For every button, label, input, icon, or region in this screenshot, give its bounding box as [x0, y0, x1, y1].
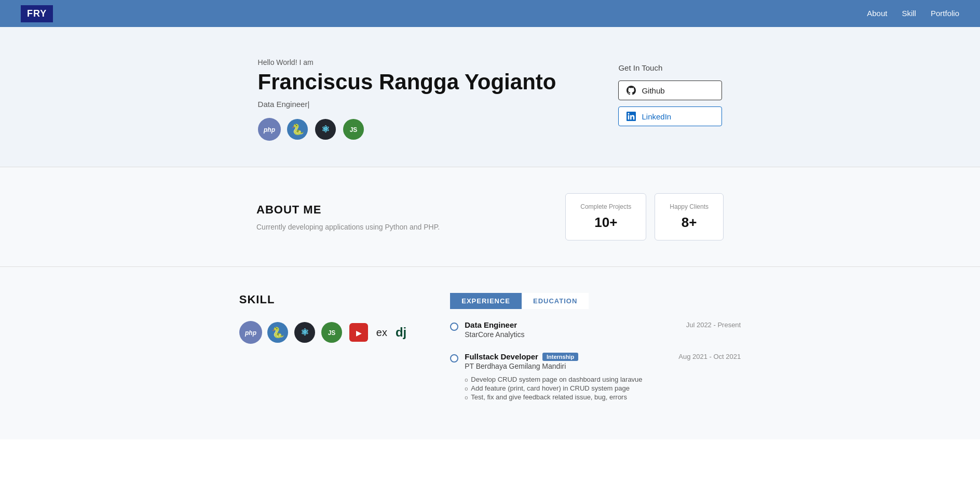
tab-education[interactable]: EDUCATION [522, 293, 589, 309]
php-icon: php [258, 118, 281, 141]
svg-text:⚛: ⚛ [321, 124, 330, 135]
github-label: Github [642, 86, 664, 95]
skill-react-icon: ⚛ [293, 321, 316, 344]
github-icon [626, 85, 636, 96]
exp-item-data-engineer: Data Engineer Jul 2022 - Present StarCor… [450, 320, 741, 341]
stat-label-clients: Happy Clients [670, 203, 709, 210]
hero-right: Get In Touch Github LinkedIn [618, 58, 722, 126]
exp-bullet-1: Develop CRUD system page on dashboard us… [465, 376, 741, 383]
skill-express-icon: ex [374, 327, 389, 339]
exp-dot-1 [450, 323, 458, 331]
svg-text:▶: ▶ [356, 329, 362, 337]
stat-card-clients: Happy Clients 8+ [655, 193, 724, 240]
nodejs-icon: JS [342, 118, 365, 141]
exp-tabs: EXPERIENCE EDUCATION [450, 293, 741, 309]
skill-redis-icon: ▶ [347, 321, 370, 344]
exp-date-2: Aug 2021 - Oct 2021 [678, 353, 741, 360]
nav-links: About Skill Portfolio [867, 9, 959, 18]
about-left: ABOUT ME Currently developing applicatio… [256, 203, 440, 231]
skill-section: SKILL php 🐍 [0, 267, 980, 439]
exp-company-1: StarCore Analytics [465, 330, 741, 339]
svg-text:⚛: ⚛ [301, 327, 309, 338]
nav-item-about[interactable]: About [867, 9, 887, 18]
skill-icons-row: php 🐍 ⚛ [239, 321, 409, 344]
exp-item-fullstack: Fullstack Developer Internship Aug 2021 … [450, 352, 741, 402]
react-icon: ⚛ [314, 118, 337, 141]
exp-company-2: PT Berdhaya Gemilang Mandiri [465, 362, 741, 370]
hero-name: Franciscus Rangga Yogianto [258, 70, 556, 95]
hero-tech-icons: php 🐍 ⚛ [258, 118, 556, 141]
svg-text:JS: JS [349, 126, 357, 133]
stat-label-projects: Complete Projects [580, 203, 631, 210]
nav-logo[interactable]: FRY [21, 5, 53, 22]
nav-link-skill[interactable]: Skill [902, 9, 916, 18]
nav-link-about[interactable]: About [867, 9, 887, 18]
nav-item-portfolio[interactable]: Portfolio [931, 9, 959, 18]
about-title: ABOUT ME [256, 203, 440, 217]
linkedin-button[interactable]: LinkedIn [618, 106, 722, 126]
svg-text:php: php [244, 329, 256, 337]
stat-value-clients: 8+ [670, 215, 709, 231]
hero-greeting: Hello World! I am [258, 58, 556, 66]
about-description: Currently developing applications using … [256, 223, 440, 231]
exp-date-1: Jul 2022 - Present [686, 321, 741, 329]
about-stats: Complete Projects 10+ Happy Clients 8+ [565, 193, 724, 240]
exp-role-1: Data Engineer [465, 320, 517, 329]
svg-text:php: php [263, 126, 275, 133]
navbar: FRY About Skill Portfolio [0, 0, 980, 27]
svg-text:🐍: 🐍 [291, 123, 304, 136]
stat-value-projects: 10+ [580, 215, 631, 231]
hero-title: Data Engineer| [258, 100, 556, 109]
exp-role-2: Fullstack Developer [465, 352, 538, 361]
skill-python-icon: 🐍 [266, 321, 289, 344]
get-in-touch-label: Get In Touch [618, 63, 722, 72]
svg-text:JS: JS [328, 329, 335, 337]
about-section: ABOUT ME Currently developing applicatio… [0, 167, 980, 266]
exp-bullet-2: Add feature (print, card hover) in CRUD … [465, 384, 741, 392]
nav-item-skill[interactable]: Skill [902, 9, 916, 18]
exp-header-1: Data Engineer Jul 2022 - Present [465, 320, 741, 329]
experience-panel: EXPERIENCE EDUCATION Data Engineer Jul 2… [450, 293, 741, 413]
skill-left: SKILL php 🐍 [239, 293, 409, 413]
exp-bullets-2: Develop CRUD system page on dashboard us… [465, 376, 741, 402]
svg-text:🐍: 🐍 [271, 326, 284, 339]
linkedin-icon [626, 111, 636, 122]
stat-card-projects: Complete Projects 10+ [565, 193, 646, 240]
tab-experience[interactable]: EXPERIENCE [450, 293, 522, 309]
hero-section: Hello World! I am Franciscus Rangga Yogi… [0, 27, 980, 167]
linkedin-label: LinkedIn [642, 112, 671, 121]
github-button[interactable]: Github [618, 81, 722, 100]
exp-bullet-3: Test, fix and give feedback related issu… [465, 393, 741, 401]
skill-nodejs-icon: JS [320, 321, 343, 344]
nav-link-portfolio[interactable]: Portfolio [931, 9, 959, 18]
exp-dot-2 [450, 354, 458, 363]
hero-left: Hello World! I am Franciscus Rangga Yogi… [258, 58, 556, 141]
skill-django-icon: dj [393, 325, 409, 340]
skill-title: SKILL [239, 293, 409, 306]
exp-badge-internship: Internship [542, 353, 578, 361]
exp-header-2: Fullstack Developer Internship Aug 2021 … [465, 352, 741, 361]
skill-php-icon: php [239, 321, 262, 344]
python-icon: 🐍 [286, 118, 309, 141]
